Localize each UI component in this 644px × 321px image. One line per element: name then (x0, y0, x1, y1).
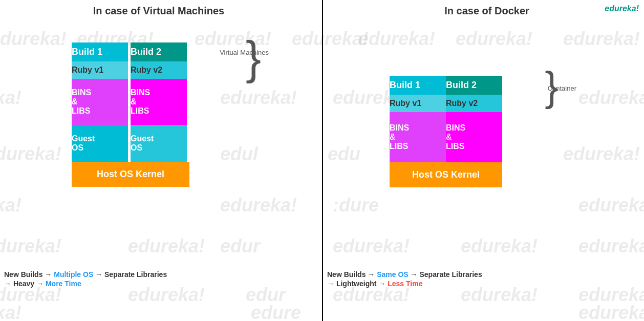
right-bottom-line1-prefix: New Builds → (327, 270, 377, 279)
docker-build2-column: Build 2 Ruby v2 BINS&LIBS (446, 76, 502, 162)
docker-build2-label: Build 2 (446, 76, 502, 95)
vm-builds-container: Build 1 Ruby v1 BINS&LIBS GuestOS Build … (72, 33, 189, 162)
left-bottom-line1-suffix: → Separate Libraries (93, 270, 167, 279)
build1-guest-os: GuestOS (72, 125, 128, 162)
build2-ruby: Ruby v2 (131, 61, 187, 79)
left-bottom-text: New Builds → Multiple OS → Separate Libr… (4, 270, 167, 288)
build2-column: Build 2 Ruby v2 BINS&LIBS GuestOS (131, 42, 189, 162)
build1-column: Build 1 Ruby v1 BINS&LIBS GuestOS (72, 42, 131, 162)
more-time-highlight: More Time (46, 280, 81, 288)
host-os-kernel: Host OS Kernel (72, 162, 189, 187)
vm-bracket: } (246, 38, 261, 78)
docker-build1-label: Build 1 (390, 76, 446, 95)
docker-build2-bins: BINS&LIBS (446, 112, 502, 162)
left-section-title: In case of Virtual Machines (26, 5, 292, 17)
docker-diagram: Build 1 Ruby v1 BINS&LIBS Build 2 Ruby v… (390, 67, 502, 187)
left-panel: In case of Virtual Machines Build 1 Ruby… (0, 0, 322, 321)
right-bottom-line1-suffix: → Separate Libraries (409, 270, 482, 279)
less-time-highlight: Less Time (388, 280, 422, 288)
same-os-highlight: Same OS (377, 270, 408, 279)
vm-label: Virtual Machines (220, 49, 269, 56)
docker-build2-ruby: Ruby v2 (446, 95, 502, 112)
vm-diagram: Build 1 Ruby v1 BINS&LIBS GuestOS Build … (72, 33, 189, 187)
docker-build1-bins: BINS&LIBS (390, 112, 446, 162)
right-bottom-line2-prefix: → Lightweight → (327, 280, 388, 288)
build2-label: Build 2 (131, 42, 187, 61)
multiple-os-highlight: Multiple OS (54, 270, 93, 279)
right-bottom-text: New Builds → Same OS → Separate Librarie… (327, 270, 482, 288)
build2-guest-os: GuestOS (131, 125, 187, 162)
right-panel: In case of Docker Build 1 Ruby v1 BINS&L… (323, 0, 644, 321)
docker-build1-ruby: Ruby v1 (390, 95, 446, 112)
build1-label: Build 1 (72, 42, 128, 61)
left-bottom-line1-prefix: New Builds → (4, 270, 54, 279)
docker-build1-column: Build 1 Ruby v1 BINS&LIBS (390, 76, 446, 162)
right-section-title: In case of Docker (384, 5, 589, 17)
docker-builds-container: Build 1 Ruby v1 BINS&LIBS Build 2 Ruby v… (390, 67, 502, 162)
brand-logo: edureka! (605, 4, 639, 13)
build2-bins: BINS&LIBS (131, 79, 187, 125)
container-label: Container (548, 84, 576, 92)
docker-host-os-kernel: Host OS Kernel (390, 162, 502, 187)
build1-bins: BINS&LIBS (72, 79, 128, 125)
left-bottom-line2-prefix: → Heavy → (4, 280, 46, 288)
build1-ruby: Ruby v1 (72, 61, 128, 79)
